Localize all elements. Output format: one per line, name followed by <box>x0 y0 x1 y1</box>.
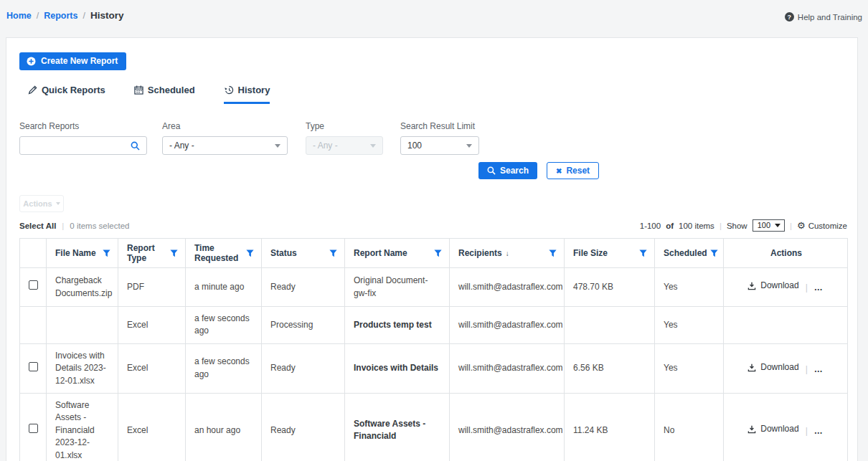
type-select-value: - Any - <box>313 141 338 151</box>
question-circle-icon: ? <box>785 12 794 22</box>
more-actions-button[interactable]: … <box>814 364 824 374</box>
cell-report-type-text: Excel <box>127 363 148 373</box>
download-button[interactable]: Download <box>747 280 798 292</box>
filter-icon[interactable] <box>549 249 557 257</box>
type-select-disabled: - Any - <box>306 136 383 155</box>
magnifier-icon[interactable] <box>131 141 140 151</box>
filter-icon[interactable] <box>246 249 254 257</box>
tab-scheduled[interactable]: Scheduled <box>134 85 195 104</box>
col-label: Report Name <box>354 248 407 258</box>
cell-scheduled: No <box>655 393 724 461</box>
table-row: Software Assets - Financiald 2023-12-01.… <box>20 393 848 461</box>
bulk-actions-button-disabled: Actions <box>19 195 64 212</box>
cell-report-name: Software Assets - Financiald <box>345 393 450 461</box>
customize-button[interactable]: ⚙ Customize <box>797 221 847 230</box>
tab-history[interactable]: History <box>224 85 270 104</box>
cell-scheduled: Yes <box>655 307 724 344</box>
cell-actions: Download|… <box>724 343 848 393</box>
filter-icon[interactable] <box>103 249 110 257</box>
filter-icon[interactable] <box>329 249 337 257</box>
col-header-actions[interactable]: Actions <box>724 239 848 268</box>
cell-report-type: PDF <box>118 268 186 307</box>
col-header-status[interactable]: Status <box>262 239 345 268</box>
chevron-down-icon <box>275 144 280 148</box>
search-reports-label: Search Reports <box>19 121 147 131</box>
cell-file-name-text: Software Assets - Financiald 2023-12-01.… <box>55 400 95 460</box>
create-new-report-button[interactable]: Create New Report <box>19 52 126 70</box>
filter-icon[interactable] <box>639 249 647 257</box>
breadcrumb-home-link[interactable]: Home <box>6 11 32 21</box>
cell-report-name-text: Original Document-gw-fix <box>354 275 428 298</box>
cell-file-name: Invoices with Details 2023-12-01.xlsx <box>47 343 118 393</box>
area-label: Area <box>162 121 288 131</box>
tab-quick-reports[interactable]: Quick Reports <box>28 85 105 104</box>
col-label: Report Type <box>127 243 167 263</box>
row-checkbox[interactable] <box>29 362 38 371</box>
col-header-recipients[interactable]: Recipients↓ <box>450 239 565 268</box>
chevron-down-icon <box>370 144 376 148</box>
chevron-down-icon <box>466 144 472 148</box>
cell-status: Processing <box>262 307 345 344</box>
select-all-link[interactable]: Select All <box>19 222 56 230</box>
cell-file-size <box>565 307 655 344</box>
search-result-limit-select[interactable]: 100 <box>400 136 479 155</box>
search-reports-field <box>19 136 147 155</box>
col-header-file_size[interactable]: File Size <box>565 239 655 268</box>
magnifier-icon <box>487 166 496 175</box>
actions-separator: | <box>806 282 808 293</box>
chevron-down-icon <box>56 202 60 205</box>
table-row: Excela few seconds agoProcessingProducts… <box>20 307 848 344</box>
cell-report-name: Original Document-gw-fix <box>345 268 450 307</box>
divider: | <box>720 222 722 230</box>
help-and-training-link[interactable]: ? Help and Training <box>785 12 862 22</box>
col-label: Time Requested <box>194 243 243 263</box>
reset-button[interactable]: ✖ Reset <box>547 162 599 179</box>
col-header-report_name[interactable]: Report Name <box>345 239 450 268</box>
filter-icon[interactable] <box>710 249 718 257</box>
col-header-report_type[interactable]: Report Type <box>118 239 186 268</box>
row-checkbox[interactable] <box>29 280 38 290</box>
col-label: Actions <box>770 248 802 258</box>
gear-icon: ⚙ <box>797 221 806 230</box>
table-row: Chargeback Documents.zipPDFa minute agoR… <box>20 268 848 307</box>
col-header-time_requested[interactable]: Time Requested <box>186 239 262 268</box>
area-select[interactable]: - Any - <box>162 136 288 155</box>
cell-recipients-text: will.smith@adastraflex.com <box>458 425 563 435</box>
download-button[interactable]: Download <box>747 361 798 374</box>
search-reports-input[interactable] <box>27 140 131 151</box>
more-actions-button[interactable]: … <box>814 282 824 293</box>
cell-actions: Download|… <box>724 268 848 307</box>
actions-separator: | <box>806 426 808 436</box>
breadcrumb-reports-link[interactable]: Reports <box>44 11 77 21</box>
filter-icon[interactable] <box>434 249 442 257</box>
col-header-scheduled[interactable]: Scheduled <box>655 239 724 268</box>
cell-status-text: Processing <box>270 320 313 330</box>
cell-time-requested: a minute ago <box>186 268 262 307</box>
cell-report-name: Invoices with Details <box>345 343 450 393</box>
download-button[interactable]: Download <box>747 423 798 435</box>
col-header-file_name[interactable]: File Name <box>47 239 118 268</box>
cell-checkbox <box>20 393 47 461</box>
col-header-checkbox <box>20 239 47 268</box>
divider: | <box>790 222 792 230</box>
pagination-range: 1-100 <box>640 222 661 230</box>
cell-file-name: Chargeback Documents.zip <box>47 268 118 307</box>
search-button[interactable]: Search <box>478 162 537 179</box>
limit-select-value: 100 <box>407 141 422 151</box>
search-result-limit-label: Search Result Limit <box>400 121 479 131</box>
cell-status: Ready <box>262 268 345 307</box>
cell-report-name-text: Products temp test <box>354 320 432 330</box>
filter-icon[interactable] <box>170 249 178 257</box>
show-per-page-select[interactable]: 100 <box>753 219 785 232</box>
cell-status-text: Ready <box>270 282 296 292</box>
table-meta-row: Select All | 0 items selected 1-100 of 1… <box>19 219 847 232</box>
row-checkbox[interactable] <box>29 424 38 433</box>
type-label: Type <box>306 121 383 131</box>
show-select-value: 100 <box>758 221 770 229</box>
cell-recipients: will.smith@adastraflex.com <box>450 268 565 307</box>
breadcrumb-current-page: History <box>90 10 124 21</box>
reset-button-label: Reset <box>566 166 590 176</box>
more-actions-button[interactable]: … <box>814 426 824 436</box>
cell-recipients: will.smith@adastraflex.com <box>450 393 565 461</box>
cell-report-type-text: Excel <box>127 320 148 330</box>
